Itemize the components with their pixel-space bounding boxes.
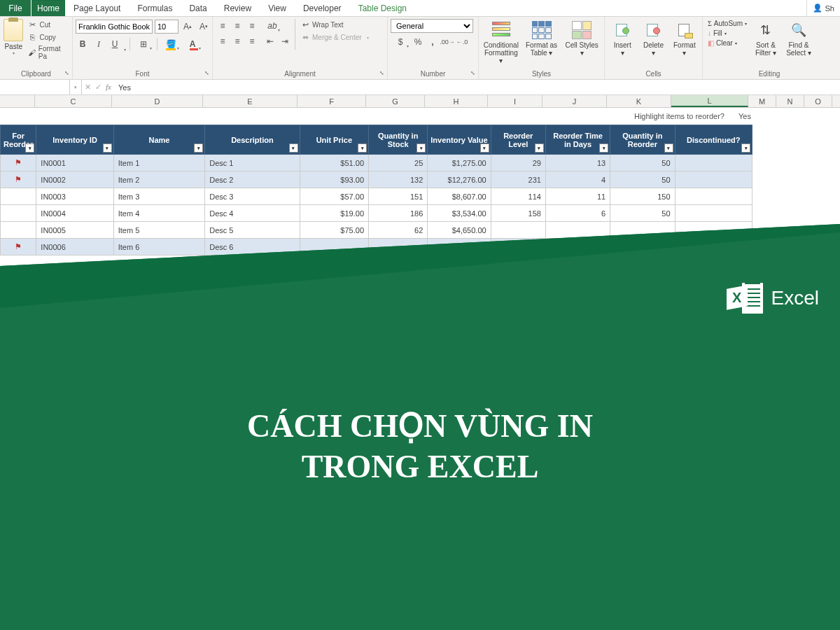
share-button[interactable]: 👤 Sh <box>806 0 840 16</box>
cell[interactable]: 114 <box>491 188 545 205</box>
table-row[interactable]: ⚑IN0001Item 1Desc 1$51.0025$1,275.002913… <box>1 155 752 172</box>
cell[interactable]: Desc 1 <box>205 155 300 172</box>
cell[interactable]: ⚑ <box>1 172 36 188</box>
tab-review[interactable]: Review <box>216 0 260 16</box>
fill-color-button[interactable]: 🪣 <box>161 37 181 51</box>
table-row[interactable]: IN0003Item 3Desc 3$57.00151$8,607.001141… <box>1 188 752 205</box>
bold-button[interactable]: B <box>76 37 90 51</box>
col-header-O[interactable]: O <box>804 95 832 107</box>
cell[interactable] <box>610 239 675 255</box>
cell[interactable] <box>675 188 752 205</box>
cell[interactable] <box>675 222 752 239</box>
cell[interactable]: $19.00 <box>300 205 368 222</box>
cell[interactable]: $75.00 <box>300 222 368 239</box>
col-header-H[interactable]: H <box>425 95 488 107</box>
font-launcher[interactable]: ⤡ <box>202 69 211 78</box>
font-name-select[interactable] <box>76 20 153 34</box>
cell[interactable]: 132 <box>369 172 428 188</box>
align-bottom-button[interactable]: ≡ <box>245 19 259 33</box>
align-center-button[interactable]: ≡ <box>230 34 244 48</box>
font-size-select[interactable] <box>155 20 178 34</box>
cell[interactable] <box>675 239 752 255</box>
accounting-button[interactable]: $ <box>391 35 410 49</box>
table-row[interactable]: ⚑IN0006Item 6Desc 6 <box>1 239 752 255</box>
highlight-prompt-value[interactable]: Yes <box>738 112 774 120</box>
filter-button[interactable]: ▾ <box>25 144 34 153</box>
col-header-D[interactable]: D <box>112 95 203 107</box>
col-header-C[interactable]: C <box>35 95 112 107</box>
formula-input[interactable]: Yes <box>114 83 840 92</box>
clipboard-launcher[interactable]: ⤡ <box>62 69 71 78</box>
cell[interactable]: 62 <box>369 222 428 239</box>
table-row[interactable]: IN0005Item 5Desc 5$75.0062$4,650.00 <box>1 222 752 239</box>
number-format-select[interactable]: General <box>391 19 473 33</box>
tab-home[interactable]: Home <box>31 0 65 16</box>
cell[interactable]: $93.00 <box>300 172 368 188</box>
cell[interactable] <box>491 239 545 255</box>
filter-button[interactable]: ▾ <box>194 144 203 153</box>
col-header-G[interactable]: G <box>366 95 425 107</box>
filter-button[interactable]: ▾ <box>480 144 489 153</box>
cell[interactable]: 6 <box>545 205 610 222</box>
enter-icon[interactable]: ✓ <box>95 83 102 92</box>
cell[interactable]: IN0001 <box>36 155 113 172</box>
cell[interactable]: 158 <box>491 205 545 222</box>
cell[interactable]: 11 <box>545 188 610 205</box>
filter-button[interactable]: ▾ <box>103 144 112 153</box>
filter-button[interactable]: ▾ <box>358 144 367 153</box>
col-header-J[interactable]: J <box>542 95 607 107</box>
italic-button[interactable]: I <box>92 37 106 51</box>
cell[interactable]: 50 <box>610 205 675 222</box>
select-all-corner[interactable] <box>0 95 35 107</box>
cell[interactable]: 50 <box>610 172 675 188</box>
file-tab[interactable]: File <box>0 0 31 16</box>
cell[interactable]: 4 <box>545 172 610 188</box>
orientation-button[interactable]: ab <box>263 19 281 33</box>
cell[interactable]: IN0002 <box>36 172 113 188</box>
filter-button[interactable]: ▾ <box>535 144 544 153</box>
cell[interactable]: 50 <box>610 155 675 172</box>
cell[interactable]: IN0005 <box>36 222 113 239</box>
cell[interactable]: 151 <box>369 188 428 205</box>
cell[interactable] <box>545 222 610 239</box>
increase-indent-button[interactable]: ⇥ <box>278 34 292 48</box>
comma-button[interactable]: , <box>426 35 440 49</box>
format-as-table-button[interactable]: Format as Table ▾ <box>522 19 561 58</box>
filter-button[interactable]: ▾ <box>599 144 608 153</box>
tab-view[interactable]: View <box>260 0 295 16</box>
table-row[interactable]: ⚑IN0002Item 2Desc 2$93.00132$12,276.0023… <box>1 172 752 188</box>
merge-center-button[interactable]: ⬌Merge & Center▾ <box>298 31 371 43</box>
cell[interactable]: IN0006 <box>36 239 113 255</box>
cell[interactable]: Desc 5 <box>205 222 300 239</box>
fill-button[interactable]: ↓Fill▾ <box>706 29 749 38</box>
paste-button[interactable]: Paste ▾ <box>3 19 24 55</box>
cell[interactable]: ⚑ <box>1 155 36 172</box>
cell[interactable]: $8,607.00 <box>428 188 491 205</box>
cell[interactable] <box>300 239 368 255</box>
cell[interactable]: Desc 4 <box>205 205 300 222</box>
align-left-button[interactable]: ≡ <box>216 34 230 48</box>
alignment-launcher[interactable]: ⤡ <box>377 69 386 78</box>
cell[interactable] <box>369 239 428 255</box>
increase-decimal-button[interactable]: .00→ <box>440 35 454 49</box>
decrease-font-button[interactable]: A▾ <box>197 20 211 34</box>
tab-data[interactable]: Data <box>181 0 215 16</box>
cell[interactable]: 13 <box>545 155 610 172</box>
decrease-indent-button[interactable]: ⇤ <box>263 34 277 48</box>
percent-button[interactable]: % <box>411 35 425 49</box>
cut-button[interactable]: ✂Cut <box>26 19 70 30</box>
col-header-I[interactable]: I <box>488 95 542 107</box>
copy-button[interactable]: ⎘Copy <box>26 31 70 43</box>
cell-styles-button[interactable]: Cell Styles ▾ <box>562 19 601 58</box>
tab-formulas[interactable]: Formulas <box>129 0 181 16</box>
insert-button[interactable]: Insert▾ <box>608 19 637 58</box>
cell[interactable]: $51.00 <box>300 155 368 172</box>
cell[interactable] <box>428 239 491 255</box>
cell[interactable]: IN0004 <box>36 205 113 222</box>
decrease-decimal-button[interactable]: ←.0 <box>455 35 469 49</box>
cell[interactable] <box>1 205 36 222</box>
tab-page-layout[interactable]: Page Layout <box>65 0 129 16</box>
col-header-L[interactable]: L <box>671 95 748 107</box>
format-button[interactable]: Format▾ <box>670 19 699 58</box>
cell[interactable]: $57.00 <box>300 188 368 205</box>
